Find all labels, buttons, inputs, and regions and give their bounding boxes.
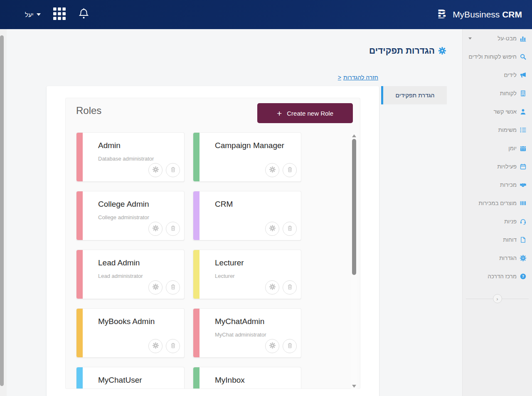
sidebar-item-search[interactable]: חיפוש לקוחות ולידים [463, 47, 532, 66]
apps-grid-button[interactable] [53, 7, 66, 22]
edit-role-button[interactable] [148, 280, 163, 295]
building-icon [520, 90, 526, 97]
role-name: MyInbox [215, 376, 245, 385]
edit-role-button[interactable] [148, 163, 163, 177]
roles-heading: Roles [76, 105, 101, 116]
role-card-actions [265, 339, 297, 353]
scroll-down-arrow[interactable] [352, 385, 356, 388]
sidebar-item-reports[interactable]: דוחות [463, 230, 532, 249]
role-card: AdminDatabase administrator [76, 132, 185, 182]
brand-logo-icon: B [436, 7, 449, 22]
role-name: Lead Admin [98, 258, 140, 267]
role-card: Lead AdminLead administrator [76, 250, 185, 299]
gear-icon [269, 166, 276, 174]
sidebar-item-inquiries[interactable]: פניות [463, 212, 532, 230]
gear-icon [153, 166, 159, 174]
color-stripe [76, 191, 83, 240]
role-card: Campaign Manager [193, 132, 301, 182]
delete-role-button[interactable] [283, 339, 297, 353]
plus-icon: + [277, 109, 282, 118]
sidebar-item-label: מוצרים במכירות [479, 200, 517, 206]
sidebar-item-sales[interactable]: מכירות [463, 176, 532, 194]
edit-role-button[interactable] [148, 222, 163, 236]
sidebar-item-customers[interactable]: לקוחות [463, 84, 532, 102]
sidebar-item-help-center[interactable]: ?מרכז הדרכה [463, 267, 532, 285]
trash-icon [170, 225, 176, 233]
role-name: Lecturer [215, 258, 244, 267]
page-title-text: הגדרות תפקידים [369, 46, 435, 56]
sidebar-toggle-row: › [463, 294, 532, 303]
sidebar-item-label: פעילויות [497, 163, 517, 170]
brand-name: MyBusiness CRM [453, 10, 522, 20]
tab-label: הגדרת תפקידים [396, 92, 435, 99]
calendar-filled-icon [520, 145, 526, 151]
delete-role-button[interactable] [283, 280, 297, 295]
user-name: יעל [25, 11, 34, 18]
gear-icon [269, 225, 276, 233]
color-stripe [193, 133, 200, 181]
sidebar-item-label: הגדרות [499, 255, 517, 261]
sidebar-item-label: יומן [508, 145, 517, 151]
bar-chart-icon [520, 35, 526, 42]
svg-text:?: ? [522, 274, 524, 278]
sidebar-item-contacts[interactable]: אנשי קשר [463, 102, 532, 121]
role-card: MyInbox [193, 367, 301, 389]
page-title: הגדרות תפקידים [369, 46, 446, 56]
notifications-button[interactable] [78, 8, 89, 22]
chevron-right-icon: › [496, 296, 498, 302]
edit-role-button[interactable] [265, 163, 279, 177]
back-link-label: חזרה להגדרות [343, 74, 378, 81]
top-navbar: יעל B [0, 0, 532, 29]
color-stripe [76, 250, 83, 299]
trash-icon [170, 284, 176, 291]
color-stripe [193, 367, 200, 389]
delete-role-button[interactable] [166, 163, 180, 177]
edit-role-button[interactable] [265, 280, 279, 295]
create-new-role-button[interactable]: + Create new Role [257, 103, 353, 123]
tab-role-settings[interactable]: הגדרת תפקידים [381, 86, 447, 104]
user-menu[interactable]: יעל [25, 11, 41, 18]
roles-scrollbar[interactable] [351, 133, 357, 389]
brand-logo[interactable]: B MyBusiness CRM [436, 7, 522, 22]
role-name: CRM [215, 200, 233, 209]
sidebar-item-tasks[interactable]: משימות [463, 121, 532, 139]
color-stripe [193, 309, 200, 357]
edit-role-button[interactable] [265, 339, 279, 353]
sidebar-item-label: לידים [504, 72, 517, 78]
role-card-actions [265, 163, 297, 177]
sidebar-item-leads[interactable]: לידים [463, 66, 532, 84]
role-card-actions [148, 222, 180, 236]
sidebar-collapse-button[interactable]: › [493, 294, 502, 303]
edit-role-button[interactable] [148, 339, 163, 353]
color-stripe [76, 133, 83, 181]
edit-role-button[interactable] [265, 222, 279, 236]
main-content: הגדרות תפקידים > חזרה להגדרות הגדרת תפקי… [0, 29, 462, 396]
handshake-icon [520, 182, 526, 188]
megaphone-icon [520, 72, 526, 78]
role-card-actions [148, 339, 180, 353]
sidebar-item-label: אנשי קשר [493, 109, 517, 115]
trash-icon [287, 225, 293, 233]
chevron-down-icon [468, 37, 472, 40]
delete-role-button[interactable] [283, 222, 297, 236]
trash-icon [287, 166, 293, 174]
roles-panel: Roles + Create new Role AdminDatabase ad… [47, 86, 379, 396]
sidebar-item-products-in-sales[interactable]: מוצרים במכירות [463, 194, 532, 212]
svg-text:B: B [437, 7, 446, 20]
back-arrow: > [338, 74, 341, 81]
sidebar-item-label: מכירות [500, 182, 517, 188]
gear-icon [153, 342, 159, 350]
document-icon [520, 237, 526, 243]
roles-scrollbar-thumb[interactable] [352, 139, 356, 275]
sidebar-item-calendar[interactable]: יומן [463, 139, 532, 157]
role-name: College Admin [98, 200, 149, 209]
sidebar-item-settings[interactable]: הגדרות [463, 249, 532, 267]
back-to-settings-link[interactable]: > חזרה להגדרות [338, 74, 378, 81]
delete-role-button[interactable] [166, 339, 180, 353]
delete-role-button[interactable] [166, 222, 180, 236]
scroll-up-arrow[interactable] [352, 134, 356, 137]
sidebar-item-activities[interactable]: פעילויות [463, 157, 532, 176]
delete-role-button[interactable] [166, 280, 180, 295]
delete-role-button[interactable] [283, 163, 297, 177]
sidebar-item-overview[interactable]: מבט-על [463, 29, 532, 47]
